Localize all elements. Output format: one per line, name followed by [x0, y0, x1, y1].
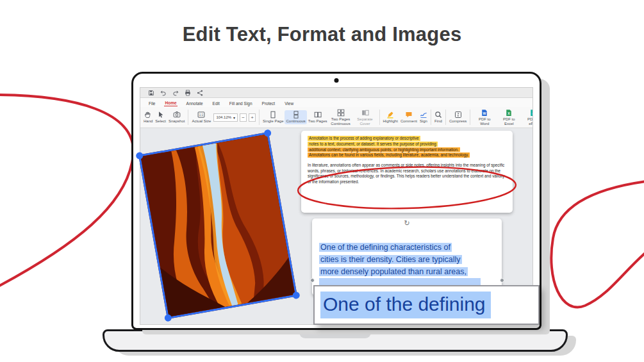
actual-size-icon — [197, 111, 205, 119]
highlighter-icon — [386, 111, 394, 119]
tab-file[interactable]: File — [148, 101, 156, 106]
zoom-value: 104.12% — [216, 115, 231, 119]
highlighted-line: Annotation is the process of adding expl… — [308, 136, 420, 141]
toolbar-separator — [431, 110, 431, 125]
cursor-icon — [157, 111, 165, 119]
highlighted-line: notes to a text, document, or dataset. I… — [308, 142, 438, 147]
tool-label: Comment — [400, 119, 417, 123]
tool-label: PDF to Excel — [498, 117, 520, 126]
toolbar-separator — [470, 110, 470, 125]
print-icon[interactable] — [185, 90, 191, 96]
tab-edit[interactable]: Edit — [212, 101, 220, 106]
share-icon[interactable] — [197, 90, 203, 96]
rotate-handle[interactable]: ↻ — [404, 220, 409, 227]
tool-compress[interactable]: Compress — [448, 110, 468, 124]
red-curve-right — [551, 181, 644, 307]
webcam-dot — [334, 78, 339, 83]
tool-label: Single Page — [263, 119, 283, 123]
tool-comment[interactable]: Comment — [399, 110, 418, 124]
zoom-level-dropdown[interactable]: 104.12% ▾ — [213, 113, 238, 122]
laptop-base-notch — [299, 331, 371, 338]
tool-two-pages-continuous[interactable]: Two Pages Continuous — [329, 108, 353, 126]
tool-separate-cover[interactable]: Separate Cover — [353, 108, 377, 126]
tool-sign[interactable]: Sign — [418, 110, 429, 124]
canyon-photo — [140, 135, 295, 317]
tool-label: Two Pages — [308, 119, 327, 123]
comment-bubble-icon — [405, 111, 413, 119]
tool-select[interactable]: Select — [154, 110, 167, 124]
red-curve-left — [0, 95, 133, 290]
chevron-down-icon: ▾ — [233, 115, 235, 120]
menu-tab-bar: File Home Annotate Edit Fill and Sign Pr… — [140, 98, 533, 107]
tool-label: PDF to ePub — [522, 117, 533, 126]
tool-hand[interactable]: Hand — [142, 110, 154, 124]
pdf-to-word-icon — [481, 109, 488, 117]
red-ellipse-annotation[interactable] — [293, 163, 520, 212]
tool-label: Select — [155, 119, 166, 123]
pdf-to-excel-icon — [505, 109, 513, 117]
undo-icon[interactable] — [160, 90, 167, 96]
redo-icon[interactable] — [172, 90, 179, 96]
tool-pdf-to-epub[interactable]: PDF to ePub — [521, 108, 533, 126]
tool-label: Find — [434, 119, 442, 123]
signature-icon — [420, 111, 427, 119]
zoom-out-button[interactable]: − — [240, 113, 247, 122]
toolbar-separator — [259, 110, 260, 125]
tool-two-pages[interactable]: Two Pages — [307, 110, 329, 124]
two-pages-icon — [314, 111, 322, 119]
tool-single-page[interactable]: Single Page — [261, 110, 285, 124]
tool-actual-size[interactable]: Actual Size — [190, 110, 212, 124]
two-pages-continuous-icon — [337, 109, 345, 117]
tab-view[interactable]: View — [284, 101, 294, 106]
compress-icon — [454, 111, 462, 119]
main-toolbar: Hand Select Snapshot Actual Size — [140, 107, 533, 128]
laptop-base — [103, 329, 568, 352]
tool-pdf-to-word[interactable]: PDF to Word — [472, 108, 497, 126]
tool-label: Snapshot — [169, 119, 185, 123]
tool-label: Two Pages Continuous — [330, 117, 352, 126]
tab-annotate[interactable]: Annotate — [186, 101, 204, 106]
tool-label: Actual Size — [192, 119, 211, 123]
tool-snapshot[interactable]: Snapshot — [167, 110, 186, 124]
tool-highlight[interactable]: Highlight — [382, 110, 399, 124]
toolbar-separator — [379, 110, 380, 125]
toolbar-separator — [188, 110, 188, 125]
page-title: Edit Text, Format and Images — [0, 23, 644, 46]
scene: Edit Text, Format and Images File Home A… — [0, 0, 644, 362]
pdf-to-epub-icon — [529, 109, 533, 117]
save-icon[interactable] — [148, 90, 154, 96]
annotation-page-card: Annotation is the process of adding expl… — [301, 131, 513, 213]
separate-cover-icon — [361, 109, 369, 117]
tool-label: Hand — [144, 119, 153, 123]
selected-text-line: more densely populated than rural areas, — [319, 266, 468, 278]
search-icon — [434, 111, 442, 119]
toolbar-separator — [445, 110, 446, 125]
magnified-selected-text: One of the defining — [320, 292, 491, 318]
text-edit-card: ↻ One of the defining characteristics of… — [312, 218, 502, 295]
continuous-icon — [292, 111, 300, 119]
selected-text-line: One of the defining characteristics of — [319, 242, 468, 254]
tool-pdf-to-excel[interactable]: PDF to Excel — [497, 108, 521, 126]
tool-label: PDF to Word — [474, 117, 495, 126]
highlighted-line: additional context, clarifying ambiguous… — [308, 147, 460, 152]
tool-continuous[interactable]: Continuous — [285, 110, 306, 124]
app-titlebar — [140, 88, 533, 98]
tool-label: Separate Cover — [354, 117, 376, 126]
hand-icon — [144, 111, 152, 119]
tool-label: Compress — [449, 119, 466, 123]
tool-label: Continuous — [286, 119, 305, 123]
text-edit-box[interactable]: One of the defining characteristics of c… — [319, 242, 468, 278]
tool-label: Highlight — [383, 119, 398, 123]
selected-text-line: cities is their density. Cities are typi… — [319, 254, 468, 266]
tab-protect[interactable]: Protect — [261, 101, 276, 106]
zoom-text-callout: One of the defining — [313, 285, 540, 325]
selection-handle-left[interactable] — [310, 278, 315, 283]
tool-label: Sign — [420, 119, 427, 123]
tab-fill-and-sign[interactable]: Fill and Sign — [229, 101, 253, 106]
tab-home[interactable]: Home — [164, 100, 177, 106]
single-page-icon — [269, 111, 277, 119]
camera-icon — [173, 111, 181, 119]
zoom-in-button[interactable]: + — [249, 113, 256, 122]
selection-handle-right[interactable] — [500, 278, 504, 283]
tool-find[interactable]: Find — [433, 110, 443, 124]
